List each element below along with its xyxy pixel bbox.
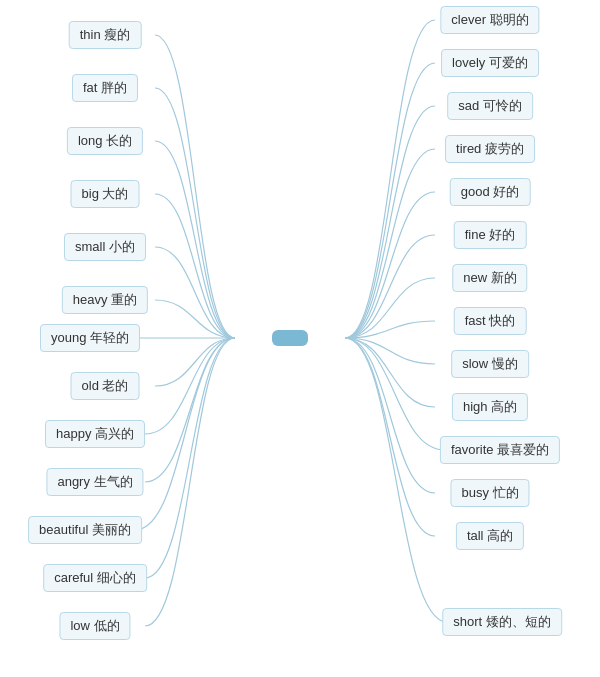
leaf-node-young: young 年轻的	[40, 324, 140, 352]
leaf-node-favorite: favorite 最喜爱的	[440, 436, 560, 464]
leaf-node-tall: tall 高的	[456, 522, 524, 550]
leaf-node-heavy: heavy 重的	[62, 286, 148, 314]
leaf-node-angry: angry 生气的	[46, 468, 143, 496]
leaf-node-beautiful: beautiful 美丽的	[28, 516, 142, 544]
leaf-node-slow: slow 慢的	[451, 350, 529, 378]
leaf-node-fine: fine 好的	[454, 221, 527, 249]
leaf-node-low: low 低的	[59, 612, 130, 640]
mind-map: thin 瘦的fat 胖的long 长的big 大的small 小的heavy …	[0, 0, 600, 677]
leaf-node-small: small 小的	[64, 233, 146, 261]
leaf-node-good: good 好的	[450, 178, 531, 206]
leaf-node-careful: careful 细心的	[43, 564, 147, 592]
leaf-node-fast: fast 快的	[454, 307, 527, 335]
center-node	[272, 330, 308, 346]
leaf-node-big: big 大的	[71, 180, 140, 208]
leaf-node-short: short 矮的、短的	[442, 608, 562, 636]
leaf-node-busy: busy 忙的	[450, 479, 529, 507]
leaf-node-thin: thin 瘦的	[69, 21, 142, 49]
leaf-node-fat: fat 胖的	[72, 74, 138, 102]
leaf-node-lovely: lovely 可爱的	[441, 49, 539, 77]
leaf-node-tired: tired 疲劳的	[445, 135, 535, 163]
leaf-node-new: new 新的	[452, 264, 527, 292]
leaf-node-old: old 老的	[71, 372, 140, 400]
leaf-node-high: high 高的	[452, 393, 528, 421]
leaf-node-long: long 长的	[67, 127, 143, 155]
leaf-node-clever: clever 聪明的	[440, 6, 539, 34]
leaf-node-happy: happy 高兴的	[45, 420, 145, 448]
leaf-node-sad: sad 可怜的	[447, 92, 533, 120]
